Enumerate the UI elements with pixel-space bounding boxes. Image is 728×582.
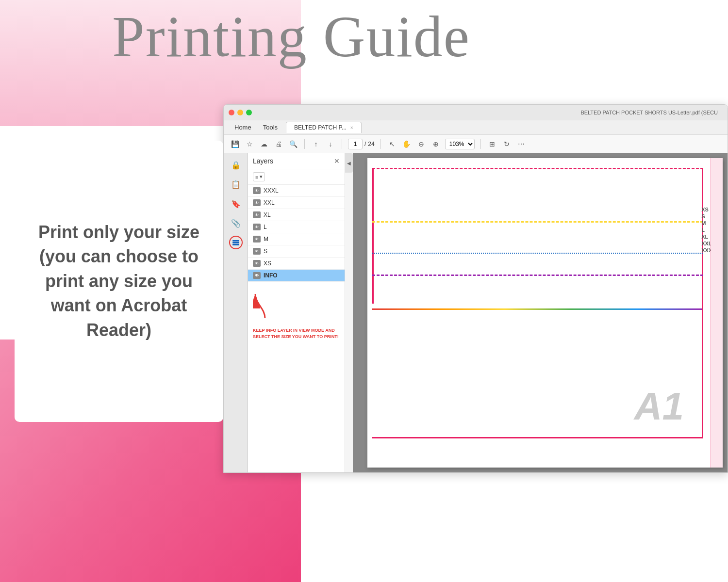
document-tab[interactable]: BELTED PATCH P... × — [286, 122, 362, 133]
bookmark-icon[interactable]: ☆ — [244, 139, 255, 149]
page-navigation: / 24 — [348, 139, 375, 149]
lock-icon[interactable]: 🔒 — [229, 158, 243, 172]
layer-eye-xxxl: 👁 — [253, 187, 261, 194]
separator-3 — [381, 139, 381, 149]
layers-dropdown-icon: ≡ — [255, 174, 258, 180]
layers-panel: Layers ✕ ≡ ▾ 👁 XXXL 👁 XXL 👁 XL — [248, 153, 345, 472]
fit-page-icon[interactable]: ⊞ — [487, 139, 497, 149]
left-sidebar: 🔒 📋 🔖 📎 — [224, 153, 248, 472]
cursor-tool-icon[interactable]: ↖ — [387, 139, 397, 149]
title-section: Printing Guide — [73, 5, 510, 69]
pdf-content: A1 XS S M L XL XXL XXXL — [353, 153, 728, 472]
layer-item-s[interactable]: 👁 S — [248, 245, 345, 258]
hand-tool-icon[interactable]: ✋ — [401, 139, 412, 149]
pattern-line-blue-dotted — [372, 253, 703, 254]
info-box-text: Print only your size (you can choose to … — [29, 220, 209, 342]
layer-eye-m: 👁 — [253, 236, 261, 242]
layer-eye-s: 👁 — [253, 248, 261, 255]
paperclip-icon[interactable]: 📎 — [229, 216, 243, 230]
pdf-page: A1 XS S M L XL XXL XXXL — [367, 158, 723, 468]
save-icon[interactable]: 💾 — [230, 139, 240, 149]
layer-name-s: S — [264, 248, 267, 255]
layer-item-xxl[interactable]: 👁 XXL — [248, 197, 345, 209]
total-pages: 24 — [368, 141, 374, 147]
maximize-button[interactable] — [246, 110, 252, 115]
layer-item-m[interactable]: 👁 M — [248, 233, 345, 245]
a1-watermark: A1 — [634, 384, 684, 429]
layers-dropdown-arrow: ▾ — [260, 174, 263, 180]
print-icon[interactable]: 🖨 — [273, 139, 284, 149]
annotation-area: KEEP INFO LAYER IN VIEW MODE AND SELECT … — [248, 284, 345, 344]
zoom-out-icon[interactable]: ⊖ — [416, 139, 427, 149]
zoom-in-icon[interactable]: ⊕ — [430, 139, 441, 149]
layer-item-info[interactable]: 👁 INFO — [248, 270, 345, 282]
search-icon[interactable]: 🔍 — [288, 139, 298, 149]
toolbar: 💾 ☆ ☁ 🖨 🔍 ↑ ↓ / 24 ↖ ✋ ⊖ ⊕ 103% 100% 75%… — [224, 135, 728, 153]
tools-menu-item[interactable]: Tools — [257, 122, 283, 133]
pattern-line-bottom-pink — [372, 437, 703, 438]
page-title: Printing Guide — [73, 5, 510, 69]
layer-name-info: INFO — [264, 272, 278, 279]
arrow-svg — [253, 289, 277, 323]
separator-1 — [304, 139, 305, 149]
more-tools-icon[interactable]: ⋯ — [516, 139, 527, 149]
info-box: Print only your size (you can choose to … — [15, 141, 223, 422]
tab-close-button[interactable]: × — [350, 125, 353, 130]
copy-icon[interactable]: 📋 — [229, 178, 243, 191]
svg-rect-0 — [232, 240, 239, 242]
layer-name-l: L — [264, 224, 267, 230]
bookmarks-icon[interactable]: 🔖 — [229, 197, 243, 210]
pattern-line-purple — [372, 275, 703, 276]
layer-item-xxxl[interactable]: 👁 XXXL — [248, 185, 345, 197]
collapse-panel-arrow[interactable]: ◀ — [345, 153, 353, 173]
acrobat-window: BELTED PATCH POCKET SHORTS US-Letter.pdf… — [223, 104, 728, 473]
separator-2 — [342, 139, 342, 149]
layer-item-xl[interactable]: 👁 XL — [248, 209, 345, 221]
right-border-panel — [711, 158, 723, 468]
separator-4 — [480, 139, 481, 149]
svg-rect-2 — [232, 244, 239, 245]
window-controls — [229, 110, 252, 115]
document-title: BELTED PATCH POCKET SHORTS US-Letter.pdf… — [257, 110, 723, 115]
layer-name-xxl: XXL — [264, 199, 275, 206]
close-button[interactable] — [229, 110, 234, 115]
layer-eye-xxl: 👁 — [253, 199, 261, 206]
cloud-icon[interactable]: ☁ — [259, 139, 269, 149]
pattern-line-top-pink — [372, 168, 703, 169]
main-content: 🔒 📋 🔖 📎 Layers ✕ ≡ ▾ — [224, 153, 728, 472]
layer-item-l[interactable]: 👁 L — [248, 221, 345, 233]
pattern-line-yellow — [372, 221, 703, 223]
layer-name-xs: XS — [264, 260, 271, 267]
minimize-button[interactable] — [237, 110, 243, 115]
page-number-input[interactable] — [348, 139, 363, 149]
layer-eye-xl: 👁 — [253, 211, 261, 218]
title-bar: BELTED PATCH POCKET SHORTS US-Letter.pdf… — [224, 105, 728, 120]
layers-header: Layers ✕ — [248, 153, 345, 169]
layers-close-button[interactable]: ✕ — [334, 157, 340, 165]
scroll-up-icon[interactable]: ↑ — [311, 139, 321, 149]
pattern-line-rainbow — [372, 308, 703, 310]
scroll-down-icon[interactable]: ↓ — [325, 139, 336, 149]
layers-dropdown-button[interactable]: ≡ ▾ — [253, 172, 265, 181]
zoom-select[interactable]: 103% 100% 75% 50% — [445, 139, 475, 149]
menu-bar: Home Tools BELTED PATCH P... × — [224, 120, 728, 135]
svg-rect-1 — [232, 242, 239, 243]
page-separator: / — [364, 141, 366, 147]
layers-title: Layers — [253, 157, 273, 165]
layers-toolbar: ≡ ▾ — [248, 169, 345, 185]
layer-name-xxxl: XXXL — [264, 187, 279, 194]
layer-eye-l: 👁 — [253, 224, 261, 230]
layers-icon[interactable] — [229, 236, 243, 249]
pattern-line-left-pink — [372, 168, 374, 304]
layer-name-xl: XL — [264, 211, 271, 218]
tab-label: BELTED PATCH P... — [294, 124, 347, 131]
annotation-text: KEEP INFO LAYER IN VIEW MODE AND SELECT … — [253, 327, 340, 340]
pattern-line-right-bottom-pink — [702, 303, 703, 438]
layer-item-xs[interactable]: 👁 XS — [248, 258, 345, 270]
rotate-icon[interactable]: ↻ — [501, 139, 512, 149]
layer-name-m: M — [264, 236, 268, 242]
home-menu-item[interactable]: Home — [229, 122, 257, 133]
layer-eye-info: 👁 — [253, 272, 261, 279]
layer-eye-xs: 👁 — [253, 260, 261, 267]
